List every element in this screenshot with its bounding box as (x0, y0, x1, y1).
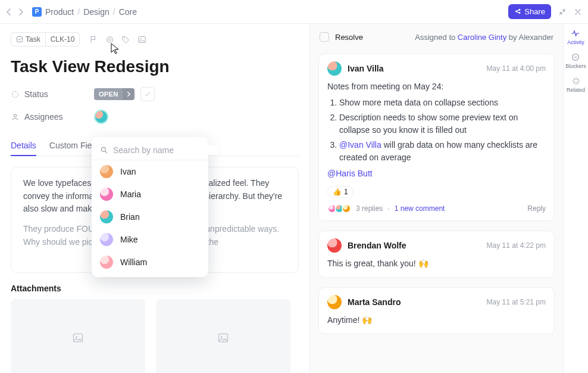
assignee-option-name: Maria (120, 189, 141, 199)
status-icon (11, 90, 20, 99)
collapse-icon[interactable] (558, 8, 567, 16)
avatar (327, 61, 342, 76)
mention-link[interactable]: @Ivan Villa (339, 140, 381, 150)
new-comment-link[interactable]: 1 new comment (395, 204, 445, 213)
comment-list-item: @Ivan Villa will grab data on how many c… (339, 139, 546, 164)
assigned-to-text: Assigned to Caroline Ginty by Alexander (415, 33, 553, 42)
svg-rect-0 (17, 37, 23, 42)
comment-author: Ivan Villa (348, 64, 383, 73)
breadcrumb-sep: / (77, 7, 80, 17)
resolve-checkbox[interactable] (320, 32, 329, 42)
comment-list-item: Description needs to show some preview t… (339, 111, 546, 136)
search-icon (100, 146, 108, 154)
svg-point-5 (140, 38, 142, 39)
target-icon[interactable] (105, 35, 114, 44)
assignee-option-name: Ivan (120, 167, 136, 176)
nav-forward-button[interactable] (18, 8, 24, 16)
avatar (100, 188, 113, 201)
assignee-option[interactable]: Ivan (92, 160, 208, 183)
assignee-option[interactable]: William (92, 251, 208, 273)
side-rail: Activity Blockers Related (563, 24, 588, 373)
comment-list-item: Show more meta data on collapse sections (339, 97, 546, 109)
breadcrumb-item[interactable]: Core (119, 7, 137, 17)
svg-point-11 (221, 337, 223, 338)
assignee-search-input[interactable] (113, 145, 217, 155)
breadcrumb-item[interactable]: Design (83, 7, 110, 17)
comment-author: Marta Sandro (348, 297, 401, 307)
assignee-option-name: William (120, 257, 147, 267)
svg-point-12 (101, 147, 105, 151)
reply-button[interactable]: Reply (527, 204, 546, 213)
rail-blockers[interactable]: Blockers (565, 52, 586, 69)
avatar (327, 238, 342, 253)
image-icon[interactable] (137, 35, 146, 44)
svg-point-2 (109, 38, 111, 41)
resolve-label: Resolve (335, 33, 363, 42)
mention-link[interactable]: @Haris Butt (327, 169, 373, 178)
svg-point-6 (12, 91, 18, 97)
rail-label: Related (567, 87, 585, 93)
reaction-pill[interactable]: 👍 1 (327, 186, 354, 198)
svg-point-9 (76, 337, 77, 338)
flag-icon[interactable] (89, 35, 98, 44)
comment-text: Notes from meeting on May 24: (327, 80, 546, 93)
assignee-picker-popover: IvanMariaBrianMikeWilliam (92, 137, 208, 277)
comment-author: Brendan Wolfe (348, 241, 406, 250)
reaction-count: 1 (344, 188, 348, 196)
task-detail-panel: Task CLK-10 Task View Redesign Status OP… (0, 24, 309, 373)
assignee-link[interactable]: Caroline Ginty (458, 33, 506, 42)
page-title: Task View Redesign (11, 57, 299, 76)
comment-card: Brendan Wolfe May 11 at 4:22 pm This is … (318, 231, 555, 278)
share-button[interactable]: Share (508, 4, 551, 19)
breadcrumb-sep: / (113, 7, 115, 17)
assignee-option-name: Brian (120, 212, 140, 222)
avatar (100, 256, 113, 269)
attachment-thumb[interactable] (11, 299, 145, 373)
attachments-heading: Attachments (11, 284, 299, 293)
task-type-label: Task (26, 35, 40, 43)
share-label: Share (524, 7, 545, 16)
avatar (327, 295, 342, 309)
rail-related[interactable]: Related (567, 76, 585, 93)
rail-label: Blockers (565, 63, 586, 69)
comment-timestamp: May 11 at 4:22 pm (487, 241, 546, 250)
rail-label: Activity (567, 39, 584, 45)
breadcrumb: P Product / Design / Core (32, 7, 137, 17)
assignees-label: Assignees (24, 112, 63, 122)
svg-rect-10 (219, 334, 228, 342)
attachment-thumb[interactable] (156, 299, 290, 373)
tab-details[interactable]: Details (11, 136, 36, 156)
comment-card: Marta Sandro May 11 at 5:21 pm Anytime! … (318, 287, 555, 334)
close-icon[interactable] (574, 8, 582, 16)
status-pill[interactable]: OPEN (94, 88, 135, 100)
rail-activity[interactable]: Activity (567, 29, 584, 45)
nav-back-button[interactable] (6, 8, 12, 16)
task-chip[interactable]: Task CLK-10 (11, 32, 80, 46)
comment-timestamp: May 11 at 4:00 pm (487, 64, 546, 73)
tab-custom-fields[interactable]: Custom Fie (49, 136, 92, 156)
svg-point-1 (107, 36, 113, 42)
avatar (100, 210, 113, 223)
replies-count[interactable]: 3 replies (356, 204, 383, 213)
status-next-icon[interactable] (123, 88, 135, 100)
avatar (100, 165, 113, 178)
comment-text: Anytime! 🙌 (327, 314, 546, 327)
comment-text: This is great, thank you! 🙌 (327, 257, 546, 270)
assignee-option[interactable]: Maria (92, 183, 208, 206)
person-icon (11, 113, 20, 122)
svg-point-7 (14, 114, 16, 116)
repliers-avatars (327, 204, 351, 213)
svg-rect-4 (139, 36, 145, 42)
comment-timestamp: May 11 at 5:21 pm (487, 298, 546, 306)
assignee-avatar[interactable] (94, 110, 108, 124)
breadcrumb-item[interactable]: Product (45, 7, 74, 17)
tag-icon[interactable] (121, 35, 130, 44)
status-label: Status (24, 89, 48, 99)
assignee-option[interactable]: Brian (92, 206, 208, 228)
assignee-option[interactable]: Mike (92, 228, 208, 251)
complete-checkbox[interactable] (140, 87, 155, 101)
status-value: OPEN (94, 88, 123, 100)
reaction-emoji: 👍 (333, 188, 342, 196)
assignee-option-name: Mike (120, 235, 138, 244)
svg-rect-8 (74, 334, 83, 342)
